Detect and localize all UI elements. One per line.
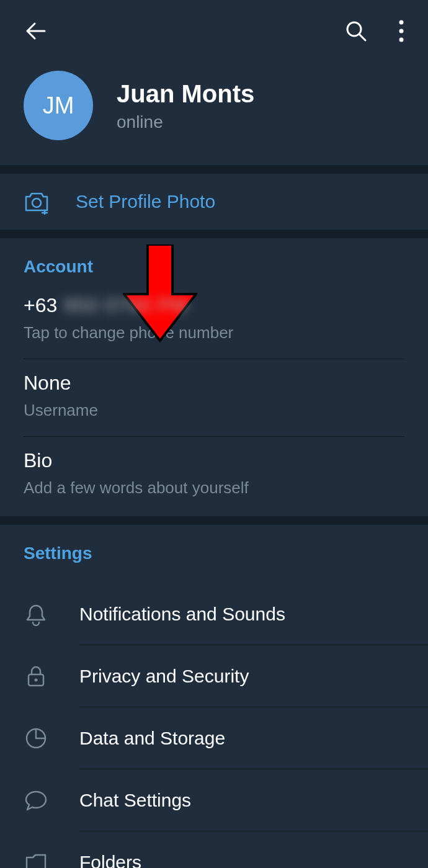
bio-value: Bio bbox=[24, 449, 404, 472]
more-button[interactable] bbox=[398, 19, 404, 46]
username-hint: Username bbox=[24, 401, 404, 420]
username-value: None bbox=[24, 372, 404, 395]
profile-status: online bbox=[117, 112, 254, 132]
chat-bubble-icon bbox=[24, 788, 48, 813]
phone-blurred: 950 0700 PM bbox=[63, 294, 188, 317]
phone-prefix: +63 bbox=[24, 294, 57, 317]
account-section: Account +63 950 0700 PM Tap to change ph… bbox=[0, 238, 428, 516]
phone-row[interactable]: +63 950 0700 PM Tap to change phone numb… bbox=[24, 294, 404, 359]
camera-plus-icon bbox=[24, 189, 50, 215]
account-section-title: Account bbox=[24, 257, 404, 277]
phone-hint: Tap to change phone number bbox=[24, 323, 404, 342]
settings-label: Chat Settings bbox=[79, 769, 428, 831]
settings-label: Privacy and Security bbox=[79, 645, 428, 707]
profile-header: JM Juan Monts online bbox=[0, 52, 428, 165]
avatar[interactable]: JM bbox=[24, 71, 93, 140]
svg-point-0 bbox=[347, 22, 361, 36]
app-toolbar bbox=[0, 0, 428, 52]
settings-label: Data and Storage bbox=[79, 707, 428, 769]
settings-item-folders[interactable]: Folders bbox=[24, 831, 428, 868]
lock-icon bbox=[24, 664, 48, 689]
divider bbox=[0, 516, 428, 525]
bio-hint: Add a few words about yourself bbox=[24, 478, 404, 498]
settings-section-title: Settings bbox=[24, 544, 404, 563]
settings-item-data[interactable]: Data and Storage bbox=[24, 707, 428, 769]
svg-point-1 bbox=[399, 20, 404, 25]
settings-section-header: Settings bbox=[0, 525, 428, 583]
settings-label: Folders bbox=[79, 831, 428, 868]
divider bbox=[0, 230, 428, 238]
set-profile-photo-label: Set Profile Photo bbox=[76, 191, 215, 212]
phone-number-value: +63 950 0700 PM bbox=[24, 294, 404, 317]
settings-item-privacy[interactable]: Privacy and Security bbox=[24, 645, 428, 707]
arrow-left-icon bbox=[24, 19, 48, 43]
svg-point-3 bbox=[399, 38, 404, 42]
settings-list: Notifications and Sounds Privacy and Sec… bbox=[0, 583, 428, 868]
profile-name: Juan Monts bbox=[117, 79, 254, 109]
search-button[interactable] bbox=[344, 19, 368, 46]
username-row[interactable]: None Username bbox=[24, 372, 404, 437]
svg-point-2 bbox=[399, 29, 404, 34]
search-icon bbox=[344, 19, 368, 43]
svg-point-4 bbox=[32, 199, 41, 207]
bio-row[interactable]: Bio Add a few words about yourself bbox=[24, 449, 404, 516]
back-button[interactable] bbox=[24, 19, 48, 46]
set-profile-photo-row[interactable]: Set Profile Photo bbox=[0, 174, 428, 230]
folder-icon bbox=[24, 850, 48, 868]
svg-point-6 bbox=[35, 679, 38, 682]
bell-icon bbox=[24, 602, 48, 627]
divider bbox=[0, 165, 428, 174]
pie-chart-icon bbox=[24, 726, 48, 751]
more-vertical-icon bbox=[398, 19, 404, 43]
settings-item-notifications[interactable]: Notifications and Sounds bbox=[24, 583, 428, 645]
settings-label: Notifications and Sounds bbox=[79, 583, 428, 645]
settings-item-chat[interactable]: Chat Settings bbox=[24, 769, 428, 831]
